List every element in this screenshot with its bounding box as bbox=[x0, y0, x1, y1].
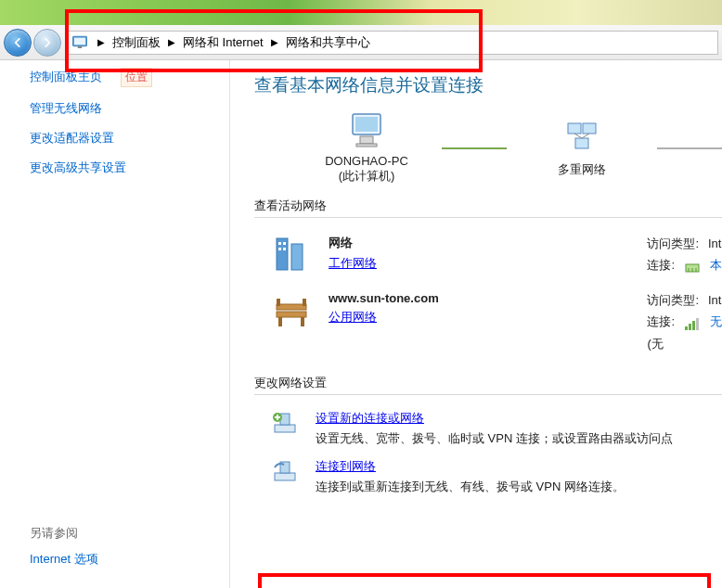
sidebar-item-manage-wireless[interactable]: 管理无线网络 bbox=[30, 100, 102, 117]
svg-rect-22 bbox=[277, 304, 306, 310]
svg-rect-25 bbox=[301, 317, 304, 326]
ethernet-icon bbox=[684, 259, 701, 272]
local-computer-name: DONGHAO-PC bbox=[325, 154, 408, 168]
svg-line-10 bbox=[574, 134, 582, 138]
sidebar-item-change-adapter[interactable]: 更改适配器设置 bbox=[30, 130, 114, 147]
breadcrumb-item-network-internet[interactable]: 网络和 Internet bbox=[181, 34, 265, 51]
access-type-value: Int bbox=[708, 289, 721, 311]
computer-icon bbox=[347, 112, 386, 150]
svg-rect-15 bbox=[283, 242, 286, 245]
svg-rect-31 bbox=[696, 318, 699, 330]
svg-rect-12 bbox=[277, 238, 288, 270]
svg-rect-27 bbox=[303, 299, 306, 306]
breadcrumb[interactable]: ▶ 控制面板 ▶ 网络和 Internet ▶ 网络和共享中心 bbox=[67, 31, 718, 55]
new-connection-icon bbox=[271, 410, 299, 438]
wifi-signal-icon bbox=[684, 315, 701, 328]
multi-network-label: 多重网络 bbox=[558, 161, 606, 178]
setup-new-connection-desc: 设置无线、宽带、拨号、临时或 VPN 连接；或设置路由器或访问点 bbox=[316, 430, 722, 447]
svg-rect-4 bbox=[355, 117, 378, 132]
chevron-right-icon: ▶ bbox=[265, 37, 284, 47]
svg-rect-16 bbox=[278, 248, 281, 250]
svg-rect-14 bbox=[278, 242, 281, 245]
network-type-link[interactable]: 工作网络 bbox=[329, 256, 377, 270]
see-also-heading: 另请参阅 bbox=[30, 525, 214, 542]
sidebar-item-control-panel-home[interactable]: 控制面板主页 bbox=[30, 69, 102, 85]
breadcrumb-item-network-sharing[interactable]: 网络和共享中心 bbox=[284, 34, 372, 51]
svg-rect-24 bbox=[278, 317, 282, 326]
breadcrumb-item-control-panel[interactable]: 控制面板 bbox=[110, 34, 162, 51]
access-type-value: Int bbox=[708, 233, 721, 254]
chevron-right-icon: ▶ bbox=[92, 37, 110, 47]
setup-new-connection-link[interactable]: 设置新的连接或网络 bbox=[316, 411, 424, 425]
location-annotation: 位置 bbox=[121, 68, 152, 87]
svg-rect-1 bbox=[74, 37, 85, 45]
page-title: 查看基本网络信息并设置连接 bbox=[254, 73, 722, 97]
network-name: www.sun-tone.com bbox=[329, 291, 570, 305]
connection-label: 连接: bbox=[647, 311, 675, 332]
control-panel-icon bbox=[71, 34, 88, 51]
svg-line-11 bbox=[582, 134, 589, 138]
see-also-internet-options[interactable]: Internet 选项 bbox=[30, 551, 98, 568]
connection-value[interactable]: 无 bbox=[710, 311, 722, 332]
access-type-label: 访问类型: bbox=[647, 233, 699, 254]
back-button[interactable] bbox=[4, 29, 32, 57]
change-network-settings-heading: 更改网络设置 bbox=[254, 375, 722, 395]
network-line-icon bbox=[442, 147, 507, 149]
svg-rect-2 bbox=[78, 45, 83, 47]
svg-rect-32 bbox=[275, 425, 295, 432]
connection-label: 连接: bbox=[647, 254, 675, 275]
connect-to-network-link[interactable]: 连接到网络 bbox=[316, 459, 376, 473]
forward-button[interactable] bbox=[33, 29, 61, 57]
svg-rect-29 bbox=[689, 324, 691, 330]
svg-rect-37 bbox=[275, 473, 295, 480]
office-network-icon bbox=[271, 233, 312, 274]
network-type-link[interactable]: 公用网络 bbox=[329, 310, 377, 324]
connect-to-network-desc: 连接到或重新连接到无线、有线、拨号或 VPN 网络连接。 bbox=[316, 479, 722, 495]
svg-rect-13 bbox=[291, 244, 303, 270]
network-cluster-icon bbox=[562, 120, 601, 158]
svg-rect-6 bbox=[356, 144, 377, 147]
svg-rect-17 bbox=[283, 248, 286, 250]
active-networks-heading: 查看活动网络 bbox=[254, 198, 722, 218]
access-type-label: 访问类型: bbox=[647, 289, 699, 311]
connect-network-icon bbox=[271, 458, 299, 486]
connection-extra: (无 bbox=[647, 333, 663, 354]
local-computer-sub: (此计算机) bbox=[339, 168, 395, 185]
svg-rect-23 bbox=[277, 312, 306, 317]
svg-rect-30 bbox=[692, 321, 695, 330]
svg-rect-5 bbox=[360, 136, 373, 144]
network-line-icon bbox=[657, 147, 722, 149]
bench-network-icon bbox=[271, 289, 312, 330]
svg-rect-28 bbox=[685, 326, 688, 330]
sidebar-item-change-sharing[interactable]: 更改高级共享设置 bbox=[30, 160, 126, 176]
svg-rect-26 bbox=[277, 299, 280, 306]
svg-rect-8 bbox=[583, 123, 596, 134]
svg-rect-7 bbox=[568, 123, 581, 134]
connection-value[interactable]: 本 bbox=[710, 254, 722, 275]
svg-rect-9 bbox=[575, 138, 588, 148]
annotation-highlight-bottom bbox=[258, 573, 711, 588]
chevron-right-icon: ▶ bbox=[162, 37, 181, 47]
network-name: 网络 bbox=[329, 235, 570, 251]
